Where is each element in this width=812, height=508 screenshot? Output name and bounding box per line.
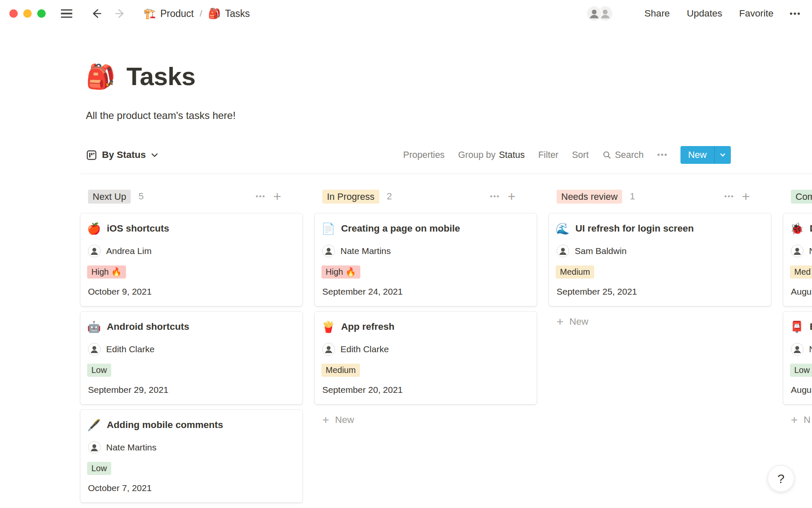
column-add-icon[interactable]: + — [273, 190, 281, 202]
zoom-window-button[interactable] — [37, 9, 46, 18]
task-title: Creating a page on mobile — [341, 222, 460, 235]
column-add-icon[interactable]: + — [508, 190, 516, 202]
due-date: September 24, 2021 — [321, 287, 530, 297]
column-more-icon[interactable]: ••• — [724, 192, 734, 201]
breadcrumb-item-product[interactable]: 🏗️ Product — [143, 8, 194, 19]
share-button[interactable]: Share — [645, 8, 670, 19]
task-title: iOS shortcuts — [107, 222, 169, 235]
view-more-options-icon[interactable]: ••• — [657, 151, 668, 160]
priority-tag: Medium — [556, 265, 594, 279]
task-card[interactable]: 📮 E N Low Augu — [783, 312, 812, 404]
new-button-label: New — [680, 146, 714, 164]
properties-button[interactable]: Properties — [403, 150, 444, 160]
group-by-label: Group by — [458, 150, 495, 160]
add-card-label: N — [804, 414, 810, 425]
fries-icon: 🍟 — [321, 320, 335, 333]
apple-icon: 🍎 — [87, 222, 101, 235]
plus-icon: + — [557, 317, 563, 327]
due-date: September 25, 2021 — [556, 287, 764, 297]
assignee-name: Nate Martins — [340, 246, 391, 256]
minimize-window-button[interactable] — [23, 9, 32, 18]
chevron-down-icon — [719, 152, 726, 158]
assignee-name: Andrea Lim — [106, 246, 151, 256]
add-card-button[interactable]: + New — [315, 414, 537, 425]
updates-button[interactable]: Updates — [687, 8, 722, 19]
board-column-needs-review: Needs review 1 ••• + 🌊 UI refresh for lo… — [549, 190, 771, 508]
task-card[interactable]: 🍟 App refresh Edith Clarke Medium Septem… — [315, 312, 537, 404]
close-window-button[interactable] — [9, 9, 18, 18]
column-more-icon[interactable]: ••• — [255, 192, 266, 201]
task-title: UI refresh for login screen — [575, 222, 694, 235]
column-more-icon[interactable]: ••• — [490, 192, 500, 201]
task-card[interactable]: 🍎 iOS shortcuts Andrea Lim High 🔥 Octobe… — [80, 213, 302, 306]
task-card[interactable]: 🖋️ Adding mobile comments Nate Martins L… — [80, 410, 302, 502]
favorite-button[interactable]: Favorite — [739, 8, 774, 19]
task-card[interactable]: 🤖 Android shortcuts Edith Clarke Low Sep… — [80, 312, 302, 404]
priority-tag: Low — [87, 462, 111, 475]
avatar[interactable] — [586, 6, 602, 22]
new-task-button[interactable]: New — [680, 146, 731, 164]
back-arrow-icon[interactable] — [90, 7, 103, 20]
task-title: Adding mobile comments — [107, 419, 223, 431]
priority-tag: High 🔥 — [321, 265, 360, 279]
priority-tag: Low — [87, 364, 111, 377]
plus-icon: + — [322, 415, 329, 425]
wave-icon: 🌊 — [556, 222, 569, 235]
more-options-icon[interactable]: ••• — [790, 9, 801, 19]
column-count: 5 — [138, 191, 143, 202]
avatar — [557, 245, 569, 257]
fountain-pen-icon: 🖋️ — [87, 419, 101, 431]
avatar — [322, 343, 335, 356]
add-card-button[interactable]: + New — [549, 316, 771, 327]
page-icon-backpack[interactable]: 🎒 — [86, 61, 115, 92]
avatar — [88, 245, 101, 257]
avatar — [88, 441, 101, 454]
due-date: Augu — [790, 385, 812, 395]
current-view-name: By Status — [102, 149, 146, 160]
column-title-badge[interactable]: Com — [791, 190, 812, 204]
priority-tag: Medium — [321, 364, 360, 377]
assignee-name: Edith Clarke — [340, 344, 389, 354]
breadcrumb-label: Tasks — [225, 8, 250, 19]
new-button-dropdown[interactable] — [715, 146, 731, 164]
group-by-button[interactable]: Group by Status — [458, 150, 524, 160]
task-card[interactable]: 📄 Creating a page on mobile Nate Martins… — [315, 213, 537, 306]
sidebar-toggle-icon[interactable] — [61, 9, 72, 18]
breadcrumb-item-tasks[interactable]: 🎒 Tasks — [208, 8, 250, 19]
column-title-badge[interactable]: Needs review — [557, 190, 622, 204]
page-description[interactable]: All the product team's tasks here! — [86, 109, 812, 122]
collaborator-avatars — [586, 6, 613, 22]
ladybug-icon: 🐞 — [790, 222, 804, 235]
column-add-icon[interactable]: + — [742, 190, 750, 202]
column-title-badge[interactable]: Next Up — [88, 190, 131, 204]
task-card[interactable]: 🌊 UI refresh for login screen Sam Baldwi… — [549, 213, 771, 306]
task-card[interactable]: 🐞 D N Med Augu — [783, 213, 812, 306]
column-title-badge[interactable]: In Progress — [322, 190, 379, 204]
due-date: September 20, 2021 — [321, 385, 530, 395]
view-switcher[interactable]: By Status — [86, 149, 159, 161]
due-date: October 9, 2021 — [87, 287, 296, 297]
add-card-button[interactable]: + N — [783, 414, 812, 425]
sort-button[interactable]: Sort — [572, 150, 589, 160]
task-title: E — [809, 320, 812, 333]
toolbar-divider — [80, 174, 812, 174]
task-title: D — [809, 222, 812, 235]
assignee-name: Edith Clarke — [106, 344, 154, 354]
filter-button[interactable]: Filter — [538, 150, 559, 160]
due-date: October 7, 2021 — [87, 483, 296, 493]
kanban-board: Next Up 5 ••• + 🍎 iOS shortcuts Andrea L… — [0, 190, 812, 508]
help-button[interactable]: ? — [768, 465, 794, 492]
priority-tag: Low — [790, 364, 812, 377]
task-title: Android shortcuts — [107, 320, 189, 333]
add-card-label: New — [569, 316, 588, 327]
add-card-label: New — [335, 414, 354, 425]
due-date: September 29, 2021 — [87, 385, 296, 395]
forward-arrow-icon[interactable] — [114, 7, 126, 20]
page-icon: 📄 — [321, 222, 335, 235]
page-header: 🎒 Tasks All the product team's tasks her… — [0, 61, 812, 122]
search-button[interactable]: Search — [602, 150, 644, 160]
board-column-in-progress: In Progress 2 ••• + 📄 Creating a page on… — [315, 190, 537, 508]
page-title[interactable]: Tasks — [126, 61, 195, 92]
avatar — [88, 343, 101, 356]
assignee-name: Sam Baldwin — [575, 246, 627, 256]
